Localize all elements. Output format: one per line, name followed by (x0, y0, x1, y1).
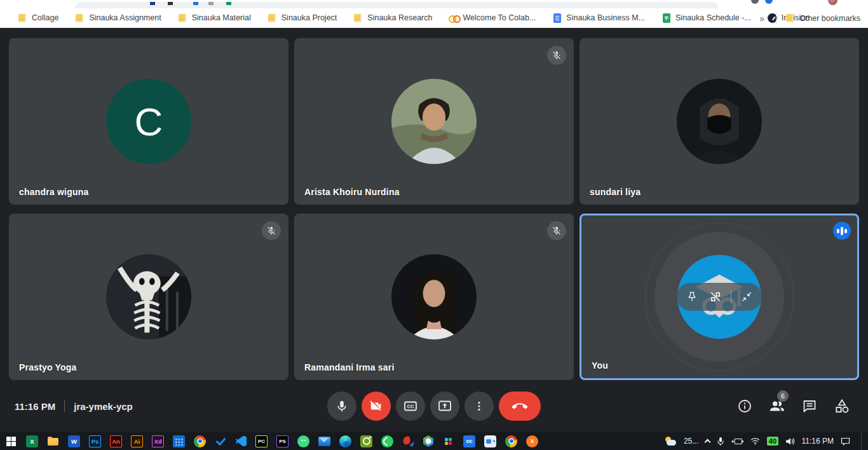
favicon-sliver (208, 2, 214, 5)
action-center-icon[interactable] (841, 437, 850, 446)
browser-top-strip (0, 0, 868, 8)
participant-tile[interactable]: Prastyo Yoga (9, 214, 288, 380)
taskbar-app-calendar[interactable] (173, 435, 185, 447)
meeting-status: 11:16 PM jra-ymek-ycp (15, 400, 133, 412)
bookmark-item[interactable]: Sinauka Material (178, 13, 251, 23)
bookmark-label: Sinauka Material (192, 13, 251, 22)
taskbar-app-word[interactable]: W (68, 435, 80, 447)
taskbar-app-oc-app[interactable]: oc (463, 435, 475, 447)
taskbar-app-whatsapp[interactable] (381, 435, 393, 447)
bookmark-label: Sinauka Assignment (89, 13, 161, 22)
participant-tile[interactable]: C chandra wiguna (9, 38, 288, 205)
bookmark-item[interactable]: Sinauka Business M... (552, 13, 645, 23)
end-call-button[interactable] (499, 392, 541, 421)
microphone-tray-icon[interactable] (717, 437, 724, 446)
participant-tile[interactable]: Ramandani Irma sari (294, 214, 574, 380)
bookmark-item[interactable]: Sinauka Assignment (75, 13, 161, 23)
folder-icon (268, 13, 277, 23)
taskbar-app-todo-check[interactable] (215, 435, 227, 447)
extension-icon[interactable] (765, 0, 773, 4)
bookmark-label: Sinauka Schedule -... (675, 13, 751, 22)
favicon-sliver (168, 2, 173, 5)
taskbar-app-excel[interactable]: X (26, 435, 38, 447)
taskbar-app-xd[interactable]: Xd (152, 435, 164, 447)
participant-name: Prastyo Yoga (19, 362, 77, 372)
taskbar-app-illustrator[interactable]: Ai (131, 435, 143, 447)
profile-avatar[interactable] (828, 0, 837, 5)
participant-tile[interactable]: Arista Khoiru Nurdina (294, 38, 574, 205)
participant-name: Arista Khoiru Nurdina (304, 187, 400, 197)
battery-charging-icon[interactable] (731, 438, 743, 445)
address-bar[interactable] (75, 2, 718, 8)
other-bookmarks-button[interactable]: Other bookmarks (785, 13, 860, 23)
taskbar-app-animate[interactable]: An (110, 435, 122, 447)
taskbar-app-recorder[interactable] (360, 435, 372, 447)
participant-name: You (592, 360, 608, 371)
tile-hover-toolbar (677, 283, 762, 311)
chat-button[interactable] (801, 398, 818, 414)
extensions-puzzle-icon[interactable] (751, 0, 759, 4)
tray-expand-chevron-icon[interactable] (705, 439, 711, 446)
taskbar-app-explorer[interactable] (47, 435, 59, 447)
bookmark-item[interactable]: Sinauka Project (268, 13, 337, 23)
present-screen-button[interactable] (430, 392, 459, 421)
bookmark-item[interactable]: Welcome To Colab... (449, 13, 536, 23)
colab-icon (449, 13, 458, 23)
mic-button[interactable] (327, 392, 356, 421)
mic-muted-indicator (547, 221, 566, 240)
wifi-icon[interactable] (750, 437, 760, 445)
svg-text:CC: CC (407, 404, 414, 409)
taskbar-app-chrome[interactable] (194, 435, 206, 447)
avatar-initial: C (106, 79, 191, 164)
taskbar-app-start[interactable] (5, 435, 17, 447)
bookmark-item[interactable]: Sinauka Schedule -... (661, 13, 751, 23)
folder-icon (785, 13, 795, 23)
taskbar-app-mail[interactable] (318, 437, 330, 446)
bookmark-item[interactable]: Sinauka Research (353, 13, 432, 23)
bookmark-label: Sinauka Business M... (566, 13, 645, 22)
participants-button[interactable]: 6 (769, 398, 785, 414)
self-tile[interactable]: You (580, 214, 859, 380)
taskbar-app-xampp[interactable]: X (526, 435, 538, 447)
bookmark-label: Sinauka Project (281, 13, 337, 22)
taskbar-app-android[interactable] (297, 435, 309, 447)
clock: 11:16 PM (15, 401, 55, 412)
weather-icon[interactable] (664, 436, 677, 446)
speaker-icon[interactable] (785, 437, 795, 446)
bookmarks-overflow-chevron[interactable]: » (757, 13, 767, 24)
camera-off-button[interactable] (362, 392, 391, 421)
taskbar-clock[interactable]: 11:16 PM (802, 437, 834, 446)
activities-button[interactable] (834, 398, 850, 414)
taskbar-app-video-app[interactable] (484, 435, 496, 447)
weather-temperature[interactable]: 25... (684, 437, 698, 446)
taskbar-app-photoshop[interactable]: Ps (89, 435, 101, 447)
participant-name: sundari liya (590, 187, 641, 197)
show-desktop-strip[interactable] (861, 432, 862, 450)
battery-percent-badge[interactable]: 40 (767, 437, 778, 446)
avatar-photo (391, 254, 477, 339)
taskbar-app-vscode[interactable] (236, 436, 247, 447)
participant-tile[interactable]: sundari liya (580, 38, 859, 205)
remove-from-layout-button[interactable] (707, 289, 724, 305)
taskbar-app-hexagon-app[interactable] (423, 435, 433, 447)
bookmark-item[interactable]: Collage (18, 13, 58, 23)
captions-button[interactable]: CC (396, 392, 425, 421)
screen: CollageSinauka AssignmentSinauka Materia… (0, 0, 868, 450)
taskbar-app-slack[interactable] (442, 435, 454, 447)
panel-buttons: 6 (736, 398, 850, 414)
participant-name: Ramandani Irma sari (304, 362, 395, 372)
minimize-tile-button[interactable] (738, 289, 755, 305)
sheets-icon (661, 13, 671, 23)
taskbar-app-chrome[interactable] (505, 435, 517, 447)
taskbar-app-pycharm[interactable]: PC (255, 435, 268, 447)
participant-count-badge: 6 (777, 390, 789, 402)
taskbar-app-bird-app[interactable] (402, 435, 414, 447)
more-options-button[interactable] (465, 392, 494, 421)
meeting-details-button[interactable] (736, 398, 753, 414)
taskbar-app-edge[interactable] (339, 435, 351, 447)
taskbar-app-phpstorm[interactable]: PS (276, 435, 288, 447)
bookmarks-bar: CollageSinauka AssignmentSinauka Materia… (0, 8, 868, 28)
bookmark-label: Welcome To Colab... (463, 13, 536, 22)
pin-tile-button[interactable] (684, 289, 700, 305)
meet-bottom-bar: 11:16 PM jra-ymek-ycp CC (0, 380, 868, 432)
